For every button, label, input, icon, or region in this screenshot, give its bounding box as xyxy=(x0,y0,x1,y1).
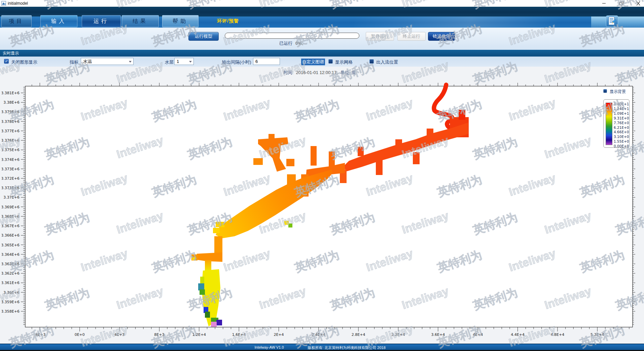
legend-value: 4.66E+0 xyxy=(614,130,629,134)
realtime-section-header: 实时显示 xyxy=(0,50,644,57)
x-tick-label: 2.4E+4 xyxy=(312,332,326,337)
stop-run-button[interactable]: 终止运行 xyxy=(397,32,426,41)
y-tick-label: 3.369E+6 xyxy=(2,205,20,209)
time-prefix: 时间: xyxy=(283,70,293,75)
tab-help[interactable]: 帮助 xyxy=(162,15,199,27)
y-tick-label: 3.368E+6 xyxy=(2,214,20,219)
close-graph-checkbox[interactable]: ✓ xyxy=(4,59,9,64)
show-background-checkbox[interactable] xyxy=(603,89,607,93)
error-info-button[interactable]: 错误信息 xyxy=(428,32,455,41)
y-tick-label: 3.375E+6 xyxy=(2,148,20,152)
close-button[interactable] xyxy=(633,0,644,7)
legend-values: 1.40E+11.24E+11.09E+19.31E+07.76E+06.21E… xyxy=(614,101,629,147)
legend-value: 1.55E+0 xyxy=(614,139,629,143)
x-tick-label: 2.8E+4 xyxy=(352,332,365,337)
interval-label: 输出间隔(小时) xyxy=(222,59,251,65)
legend-value: 1.40E+1 xyxy=(614,102,629,106)
pause-run-button[interactable]: 暂停运行 xyxy=(366,32,394,41)
note-edit-button[interactable] xyxy=(606,15,618,27)
y-tick-label: 3.358E+6 xyxy=(2,309,20,314)
legend-value: 6.21E+0 xyxy=(614,126,629,130)
time-label: 时间: 2016-01-01 12:00:17; 单位: 度 xyxy=(0,70,639,76)
legend-value: 0.00E+0 xyxy=(614,144,629,148)
y-tick-label: 3.367E+6 xyxy=(2,224,20,228)
x-tick-label: -4E+3 xyxy=(34,332,45,337)
layer-value: 1 xyxy=(177,59,179,64)
y-tick-label: 3.38E+6 xyxy=(3,100,20,105)
y-tick-label: 3.372E+6 xyxy=(2,176,20,181)
tab-run-active[interactable]: 运行 xyxy=(82,15,121,27)
y-tick-label: 3.37E+6 xyxy=(3,195,20,200)
document-pencil-icon xyxy=(606,16,618,27)
indicator-value: 水温 xyxy=(83,59,92,64)
legend-value: 7.76E+0 xyxy=(614,121,629,125)
chevron-down-icon xyxy=(189,61,192,63)
color-scale-bar xyxy=(606,103,612,145)
progress-prefix: 已运行 xyxy=(279,41,292,46)
plot-frame xyxy=(25,86,633,327)
app-icon xyxy=(1,1,6,6)
x-tick-label: 4E+4 xyxy=(473,332,483,337)
show-grid-checkbox[interactable] xyxy=(328,59,333,64)
color-legend: 1.40E+11.24E+11.09E+19.31E+07.76E+06.21E… xyxy=(603,99,630,148)
x-tick-label: 3.6E+4 xyxy=(431,332,445,337)
minimize-button[interactable] xyxy=(598,0,610,7)
indicator-label: 指标 xyxy=(70,59,78,65)
run-toolbar: 运行模型 已运行 0%。 暂停运行 终止运行 错误信息 xyxy=(0,28,644,50)
x-tick-label: 0E+0 xyxy=(75,332,85,337)
copyright-text: 版权所有: 北京英特利为环境科技有限公司 2018 xyxy=(289,345,404,350)
close-graph-label: 关闭图形显示 xyxy=(11,59,37,65)
progress-bar xyxy=(225,33,359,39)
tab-input[interactable]: 输入 xyxy=(40,15,77,27)
y-tick-label: 3.381E+6 xyxy=(2,91,20,95)
y-tick-label: 3.359E+6 xyxy=(2,300,20,304)
y-tick-label: 3.374E+6 xyxy=(2,157,20,162)
tab-results[interactable]: 结果 xyxy=(122,15,159,27)
y-tick-label: 3.36E+6 xyxy=(3,290,20,295)
custom-palette-link[interactable]: 自定义图谱 xyxy=(301,59,325,65)
y-tick-label: 3.373E+6 xyxy=(2,167,20,171)
legend-value: 3.10E+0 xyxy=(614,135,629,139)
show-grid-label: 显示网格 xyxy=(335,59,353,65)
unit-label: 单位: 度 xyxy=(340,70,356,75)
model-plot: -4E+30E+04E+38E+31.2E+41.6E+42E+42.4E+42… xyxy=(2,79,639,340)
x-tick-label: 3.2E+4 xyxy=(391,332,405,337)
y-tick-label: 3.361E+6 xyxy=(2,281,20,285)
interval-input[interactable]: 6 xyxy=(253,58,280,65)
x-tick-label: 1.2E+4 xyxy=(192,332,206,337)
x-tick-label: 4.4E+4 xyxy=(511,332,525,337)
layer-label: 水层 xyxy=(165,59,174,65)
y-tick-label: 3.364E+6 xyxy=(2,252,20,257)
window-title: initialmodel xyxy=(8,1,28,6)
y-tick-label: 3.365E+6 xyxy=(2,243,20,247)
time-value: 2016-01-01 12:00:17; xyxy=(296,70,338,75)
show-background-label: 显示背景 xyxy=(610,89,626,95)
y-tick-label: 3.379E+6 xyxy=(2,110,20,114)
tab-eia-warning[interactable]: 环评/预警 xyxy=(217,18,239,24)
legend-value: 1.24E+1 xyxy=(614,107,629,111)
status-bar: Intelway-AW V1.0 版权所有: 北京英特利为环境科技有限公司 20… xyxy=(0,344,644,350)
title-bar: initialmodel xyxy=(0,0,644,7)
x-tick-label: 5.2E+4 xyxy=(591,332,604,337)
y-tick-label: 3.366E+6 xyxy=(2,233,20,238)
progress-label: 已运行 0%。 xyxy=(266,40,320,46)
y-tick-label: 3.378E+6 xyxy=(2,119,20,124)
x-tick-label: 4E+3 xyxy=(114,332,124,337)
maximize-button[interactable] xyxy=(616,0,627,7)
run-model-button[interactable]: 运行模型 xyxy=(188,32,219,41)
x-tick-label: 8E+3 xyxy=(154,332,164,337)
indicator-select[interactable]: 水温 xyxy=(81,58,134,65)
y-tick-label: 3.377E+6 xyxy=(2,129,20,133)
app-window: initialmodel 项目 输入 运行 结果 帮助 环评/预警 运行模型 xyxy=(0,0,644,351)
inout-flow-checkbox[interactable] xyxy=(369,59,374,64)
layer-select[interactable]: 1 xyxy=(174,58,194,65)
x-tick-label: 4.8E+4 xyxy=(551,332,565,337)
x-tick-label: 1.6E+4 xyxy=(232,332,246,337)
chevron-down-icon xyxy=(129,61,132,63)
tab-project[interactable]: 项目 xyxy=(1,15,32,27)
realtime-controls: ✓ 关闭图形显示 指标 水温 水层 1 输出间隔(小时) 6 自定义图谱 显示网… xyxy=(0,57,644,67)
legend-value: 9.31E+0 xyxy=(614,116,629,120)
y-tick-label: 3.363E+6 xyxy=(2,262,20,266)
inout-flow-label: 出入流位置 xyxy=(376,59,398,65)
legend-value: 1.09E+1 xyxy=(614,111,629,115)
